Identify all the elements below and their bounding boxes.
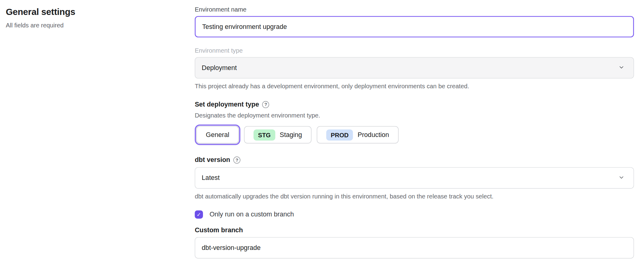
field-deployment-type: Set deployment type ? Designates the dep… [195,101,634,145]
check-icon: ✓ [197,212,201,218]
help-icon[interactable]: ? [233,156,240,163]
section-header: General settings All fields are required [6,5,195,258]
production-badge: PROD [326,129,353,140]
deployment-type-option-staging[interactable]: STG Staging [244,126,312,143]
environment-type-helper: This project already has a development e… [195,82,634,89]
settings-layout: General settings All fields are required… [0,0,644,258]
dbt-version-label-row: dbt version ? [195,156,634,163]
deployment-type-option-general[interactable]: General [196,126,239,143]
chevron-down-icon [618,174,625,182]
deployment-type-option-production-label: Production [358,131,389,139]
dbt-version-helper: dbt automatically upgrades the dbt versi… [195,193,634,200]
dbt-version-select[interactable]: Latest [195,167,634,188]
deployment-type-description: Designates the deployment environment ty… [195,112,634,119]
environment-name-label: Environment name [195,6,634,13]
custom-branch-checkbox[interactable]: ✓ [195,210,203,219]
chevron-down-icon [618,64,625,72]
deployment-type-option-staging-label: Staging [280,131,302,139]
custom-branch-toggle-row: ✓ Only run on a custom branch [195,210,634,219]
page-title: General settings [6,7,195,17]
custom-branch-label: Custom branch [195,226,634,234]
deployment-type-label: Set deployment type [195,101,259,108]
page-subtitle: All fields are required [6,22,195,29]
field-environment-type: Environment type Deployment This project… [195,47,634,89]
field-custom-branch: Custom branch [195,226,634,258]
environment-name-input[interactable] [195,16,634,37]
deployment-type-options: General STG Staging PROD Production [195,124,634,145]
environment-type-label: Environment type [195,47,634,54]
settings-page: General settings All fields are required… [0,0,644,263]
staging-badge: STG [254,129,275,140]
environment-settings-form: Environment name Environment type Deploy… [195,5,634,258]
dbt-version-value: Latest [202,174,220,181]
deployment-type-option-production[interactable]: PROD Production [317,126,398,143]
custom-branch-toggle-label[interactable]: Only run on a custom branch [210,211,294,218]
dbt-version-label: dbt version [195,156,230,163]
field-environment-name: Environment name [195,6,634,37]
environment-type-value: Deployment [202,64,237,72]
deployment-type-label-row: Set deployment type ? [195,101,634,108]
field-dbt-version: dbt version ? Latest dbt automatically u… [195,156,634,200]
deployment-type-option-general-label: General [206,131,229,139]
environment-type-select: Deployment [195,57,634,79]
custom-branch-input[interactable] [195,237,634,258]
help-icon[interactable]: ? [262,101,269,108]
